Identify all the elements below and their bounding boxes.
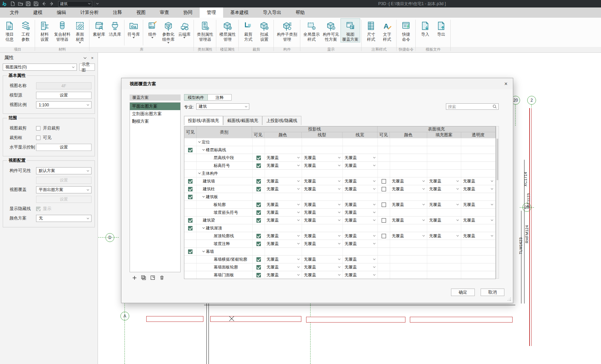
view-override-select[interactable]: 平面出图方案 [36,186,91,193]
horizontal-display-settings-button[interactable]: 设置 [36,144,91,151]
projection-visible-checkbox[interactable] [256,203,261,207]
menu-tab[interactable]: 文件 [3,7,26,18]
ribbon-button[interactable]: 快捷 命令 [398,19,414,42]
surface-visible-checkbox[interactable] [382,179,386,184]
category-visible-checkbox[interactable] [188,195,193,199]
ribbon-button[interactable]: 构件子类别 管理 [276,19,299,42]
scheme-list-item[interactable]: 立剖面出图方案 [130,110,180,118]
override-dropdown[interactable]: 无覆盖 [390,185,428,193]
menu-tab[interactable]: 注释 [106,7,129,18]
toolbar-customize-button[interactable] [95,1,100,7]
override-dropdown[interactable]: 无覆盖 [461,177,496,185]
projection-visible-checkbox[interactable] [256,210,261,215]
projection-visible-checkbox[interactable] [256,179,261,184]
dialog-subtab[interactable]: 投影线/表面填充 [184,116,223,125]
ribbon-button[interactable]: 洁具库 [107,19,123,37]
open-file-icon[interactable] [18,1,23,6]
override-dropdown[interactable]: 无覆盖 [343,240,378,247]
override-dropdown[interactable]: 无覆盖 [302,216,343,224]
projection-visible-checkbox[interactable] [256,218,261,223]
cancel-button[interactable]: 取消 [481,289,504,296]
ribbon-button[interactable]: 全局显示 样式 [302,19,321,42]
expand-arrow-icon[interactable] [198,172,201,174]
category-visible-checkbox[interactable] [188,226,193,230]
projection-visible-checkbox[interactable] [256,234,261,238]
menu-tab[interactable]: 视图 [129,7,153,18]
override-dropdown[interactable]: 无覆盖 [343,263,378,271]
override-dropdown[interactable]: 无覆盖 [302,154,343,161]
override-dropdown[interactable]: 无覆盖 [427,185,461,193]
menu-tab[interactable]: 审查 [153,7,176,18]
ribbon-button[interactable]: 视图 覆盖方案 [341,19,360,42]
override-dropdown[interactable]: 无覆盖 [427,216,461,224]
discipline-mode-select[interactable]: 建筑 [58,1,92,7]
override-dropdown[interactable]: 无覆盖 [427,232,461,240]
add-scheme-button[interactable] [132,275,137,280]
menu-tab[interactable]: 协同 [176,7,200,18]
ribbon-button[interactable]: 材料 设置 [37,19,52,42]
dialog-subtab[interactable]: 上投影线/隐藏线 [262,116,301,125]
override-dropdown[interactable]: 无覆盖 [265,263,302,271]
close-panel-icon[interactable]: × [91,55,94,60]
projection-visible-checkbox[interactable] [256,242,261,246]
scrollbar-thumb[interactable] [497,139,498,180]
surface-visible-checkbox[interactable] [382,218,386,223]
view-properties-select[interactable]: 视图属性(0) [3,64,77,71]
override-dropdown[interactable]: 无覆盖 [343,201,378,208]
ribbon-button[interactable]: 扣减 设置 [256,19,272,42]
surface-visible-checkbox[interactable] [382,234,386,238]
override-dropdown[interactable]: 无覆盖 [302,185,343,193]
category-visible-checkbox[interactable] [188,218,193,223]
ribbon-button[interactable]: 尺寸 样式 [363,19,379,42]
projection-visible-checkbox[interactable] [256,156,261,160]
override-dropdown[interactable]: 无覆盖 [343,271,378,279]
override-dropdown[interactable]: 无覆盖 [427,177,461,185]
override-dropdown[interactable]: 无覆盖 [343,154,378,161]
delete-scheme-button[interactable] [159,275,165,280]
dialog-tab[interactable]: 注释 [208,94,232,101]
view-clip-checkbox[interactable] [36,126,40,131]
category-visible-checkbox[interactable] [188,187,193,191]
override-dropdown[interactable]: 无覆盖 [302,256,343,263]
override-dropdown[interactable]: 无覆盖 [390,201,428,208]
override-dropdown[interactable]: 无覆盖 [461,216,496,224]
category-visible-checkbox[interactable] [188,249,193,254]
override-dropdown[interactable]: 无覆盖 [461,185,496,193]
override-dropdown[interactable]: 无覆盖 [265,256,302,263]
override-dropdown[interactable]: 无覆盖 [302,232,343,240]
override-dropdown[interactable]: 无覆盖 [265,232,302,240]
redo-icon[interactable] [49,1,54,6]
override-dropdown[interactable]: 无覆盖 [265,185,302,193]
ribbon-button[interactable]: A文字 样式 [379,19,395,42]
expand-arrow-icon[interactable] [202,148,205,151]
close-icon[interactable]: × [504,81,507,87]
projection-visible-checkbox[interactable] [256,163,261,168]
table-scrollbar[interactable] [496,126,499,279]
category-visible-checkbox[interactable] [188,179,193,184]
override-dropdown[interactable]: 无覆盖 [302,263,343,271]
projection-visible-checkbox[interactable] [256,257,261,262]
ribbon-button[interactable]: 裁剪 方式 [240,19,256,42]
override-dropdown[interactable]: 无覆盖 [302,271,343,279]
duplicate-scheme-button[interactable] [141,275,146,280]
ribbon-button[interactable]: 组BFA组件 [145,19,160,40]
ribbon-button[interactable]: 云端库 [177,19,192,40]
menu-tab[interactable]: 管理 [200,7,223,18]
projection-visible-checkbox[interactable] [256,265,261,270]
ribbon-button[interactable]: 参参数化 组件库 [161,19,176,45]
expand-arrow-icon[interactable] [202,250,205,252]
override-dropdown[interactable]: 无覆盖 [302,209,343,216]
projection-visible-checkbox[interactable] [256,273,261,277]
menu-tab[interactable]: 计算分析 [73,7,106,18]
menu-tab[interactable]: 导入导出 [256,7,288,18]
override-dropdown[interactable]: 无覆盖 [265,216,302,224]
dialog-tab[interactable]: 模型构件 [184,94,208,101]
scheme-list-item[interactable]: 翻模方案 [130,118,180,125]
expand-arrow-icon[interactable] [198,140,201,143]
menu-tab[interactable]: 建模 [26,7,50,18]
override-dropdown[interactable]: 无覆盖 [343,216,378,224]
ribbon-button[interactable]: 类别属性 管理器 [196,19,215,42]
override-dropdown[interactable]: 无覆盖 [302,177,343,185]
override-dropdown[interactable]: 无覆盖 [390,232,428,240]
menu-tab[interactable]: 基本建模 [223,7,256,18]
